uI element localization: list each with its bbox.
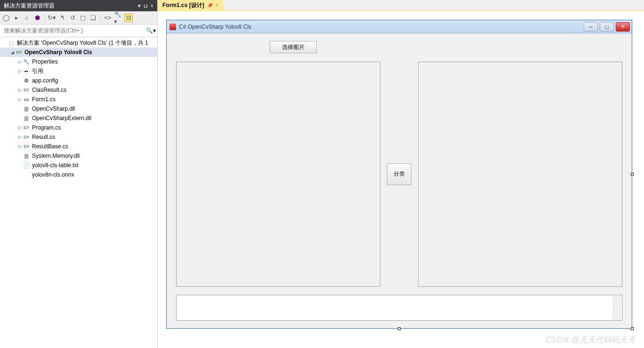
- solution-tree[interactable]: ⬚ 解决方案 'OpenCvSharp Yolov8 Cls' (1 个项目，共…: [0, 37, 157, 348]
- text-file-icon: 📄: [23, 162, 30, 169]
- panel-toolbar: ◯ ▸ ⌂ ⬢ ↻▾ ↰ ↺ ▢ ❏ <> 🔧▾ ⊟: [0, 11, 157, 24]
- tree-form1[interactable]: ▷▭ Form1.cs: [0, 95, 157, 104]
- panel-title: 解决方案资源管理器: [4, 2, 55, 10]
- tree-clasresult[interactable]: ▷C# ClasResult.cs: [0, 85, 157, 95]
- home-icon[interactable]: ⌂: [23, 14, 31, 22]
- scroll-up-icon[interactable]: ▲: [616, 297, 620, 301]
- main-area: Form1.cs [设计] 📌 × C# OpenCvSharp Yolov8 …: [158, 0, 644, 348]
- search-row: 🔍▾: [0, 24, 157, 37]
- search-icon[interactable]: 🔍▾: [145, 25, 156, 36]
- pin-icon[interactable]: ⊔: [144, 3, 148, 9]
- search-input[interactable]: [1, 25, 145, 36]
- tree-opencvextern[interactable]: ||| OpenCvSharpExtern.dll: [0, 113, 157, 123]
- tab-form1-design[interactable]: Form1.cs [设计] 📌 ×: [158, 0, 224, 10]
- dll-icon: |||: [23, 115, 30, 121]
- wrench-icon[interactable]: 🔧▾: [114, 14, 122, 22]
- form-window[interactable]: C# OpenCvSharp Yolov8 Cls ─ □ ✕ 选择图片 分类: [166, 20, 632, 329]
- solution-explorer-panel: 解决方案资源管理器 ▾ ⊔ × ◯ ▸ ⌂ ⬢ ↻▾ ↰ ↺ ▢ ❏ <> 🔧▾…: [0, 0, 158, 348]
- maximize-button[interactable]: □: [600, 22, 614, 32]
- wrench-icon: 🔧: [23, 59, 30, 65]
- form-title: C# OpenCvSharp Yolov8 Cls: [179, 24, 251, 30]
- showall-icon[interactable]: ▢: [79, 14, 87, 22]
- project-node[interactable]: ◢C# OpenCvSharp Yolov8 Cls: [0, 48, 157, 57]
- form-body: 选择图片 分类 ▲: [167, 33, 632, 328]
- close-icon[interactable]: ×: [216, 2, 219, 8]
- properties-icon[interactable]: ⊟: [124, 14, 133, 22]
- minimize-button[interactable]: ─: [584, 22, 598, 32]
- right-image-panel[interactable]: [418, 62, 622, 287]
- refresh-icon[interactable]: ↻▾: [48, 14, 56, 22]
- csharp-file-icon: C#: [23, 125, 30, 130]
- dropdown-icon[interactable]: ▾: [138, 3, 141, 9]
- csharp-file-icon: C#: [23, 144, 30, 149]
- tab-bar: Form1.cs [设计] 📌 ×: [158, 0, 644, 11]
- references-icon: ▪▪: [23, 68, 30, 74]
- dll-icon: |||: [23, 106, 30, 112]
- tree-program[interactable]: ▷C# Program.cs: [0, 123, 157, 132]
- classify-button[interactable]: 分类: [387, 163, 411, 185]
- form-app-icon: [169, 24, 176, 30]
- tree-labeltxt[interactable]: 📄 yolov8-cls-lable.txt: [0, 161, 157, 170]
- solution-icon: ⬚: [8, 40, 15, 46]
- resize-handle-bottom[interactable]: [398, 327, 401, 330]
- copy-icon[interactable]: ❏: [89, 14, 97, 22]
- panel-header: 解决方案资源管理器 ▾ ⊔ ×: [0, 0, 157, 11]
- tree-sysmem[interactable]: ||| System.Memory.dll: [0, 151, 157, 161]
- collapse-icon[interactable]: ↺: [68, 14, 77, 22]
- tree-result[interactable]: ▷C# Result.cs: [0, 132, 157, 142]
- select-image-button[interactable]: 选择图片: [270, 41, 317, 53]
- tree-onnx[interactable]: yolov8n-cls.onnx: [0, 170, 157, 179]
- code-icon[interactable]: <>: [104, 14, 112, 22]
- csharp-project-icon: C#: [15, 50, 23, 55]
- tree-opencvdll[interactable]: ||| OpenCvSharp.dll: [0, 104, 157, 113]
- form-titlebar[interactable]: C# OpenCvSharp Yolov8 Cls ─ □ ✕: [167, 20, 632, 33]
- resize-handle-corner[interactable]: [631, 327, 634, 330]
- config-icon: ⚙: [23, 78, 30, 84]
- resize-handle-right[interactable]: [631, 173, 634, 176]
- dll-icon: |||: [23, 153, 30, 159]
- tree-references[interactable]: ▷▪▪ 引用: [0, 66, 157, 76]
- output-textbox[interactable]: ▲: [176, 295, 622, 321]
- csharp-file-icon: C#: [23, 135, 30, 139]
- pin-icon[interactable]: 📌: [207, 3, 213, 8]
- tree-properties[interactable]: ▷🔧 Properties: [0, 57, 157, 66]
- close-icon[interactable]: ×: [151, 3, 153, 8]
- csharp-file-icon: C#: [23, 88, 30, 92]
- back-icon[interactable]: ◯: [2, 14, 10, 22]
- close-button[interactable]: ✕: [616, 22, 630, 32]
- watermark-text: CSDN @天天代码码天天: [546, 335, 636, 345]
- sync-icon[interactable]: ⬢: [33, 14, 41, 22]
- tree-resultbase[interactable]: ▷C# ResultBase.cs: [0, 142, 157, 151]
- left-image-panel[interactable]: [176, 62, 380, 287]
- undo-icon[interactable]: ↰: [58, 14, 66, 22]
- form-icon: ▭: [23, 97, 30, 103]
- tree-appconfig[interactable]: ⚙ app.config: [0, 76, 157, 85]
- forward-icon[interactable]: ▸: [12, 14, 21, 22]
- solution-node[interactable]: ⬚ 解决方案 'OpenCvSharp Yolov8 Cls' (1 个项目，共…: [0, 38, 157, 48]
- designer-surface[interactable]: C# OpenCvSharp Yolov8 Cls ─ □ ✕ 选择图片 分类: [158, 11, 644, 348]
